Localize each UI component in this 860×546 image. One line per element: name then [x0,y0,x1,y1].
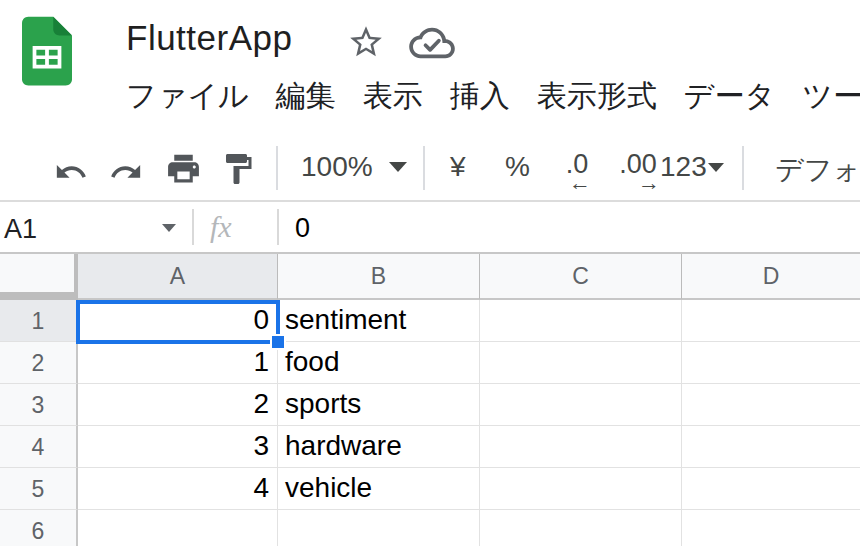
cell-B3[interactable]: sports [278,384,480,426]
column-header-D[interactable]: D [682,254,860,300]
table-row: 6 [0,510,860,546]
row-header-6[interactable]: 6 [0,510,78,546]
menu-data[interactable]: データ [684,76,775,117]
table-row: 5 4 vehicle [0,468,860,510]
undo-icon[interactable] [54,155,88,193]
table-row: 4 3 hardware [0,426,860,468]
zoom-dropdown-arrow-icon[interactable] [389,162,407,172]
cell-B4[interactable]: hardware [278,426,480,468]
name-box[interactable]: A1 [4,214,37,245]
cell-C1[interactable] [480,300,682,342]
cloud-saved-icon[interactable] [408,24,456,62]
formula-input[interactable]: 0 [295,213,310,244]
document-title[interactable]: FlutterApp [126,18,292,58]
formula-bar-separator [277,209,279,245]
select-all-corner[interactable] [0,254,78,300]
redo-icon[interactable] [109,155,143,193]
row-header-3[interactable]: 3 [0,384,78,426]
cell-B5[interactable]: vehicle [278,468,480,510]
cell-C4[interactable] [480,426,682,468]
row-header-5[interactable]: 5 [0,468,78,510]
star-icon[interactable] [347,23,385,61]
toolbar: 100% ¥ % .0 ← .00 → 123 デフォルト [0,135,860,200]
menu-view[interactable]: 表示 [363,76,423,117]
menu-tools[interactable]: ツール [802,76,860,117]
cell-D1[interactable] [682,300,860,342]
increase-decimal-button[interactable]: .00 → [610,149,666,180]
column-header-C[interactable]: C [480,254,682,300]
toolbar-separator [276,146,278,190]
number-format-dropdown-arrow-icon[interactable] [708,163,724,172]
cell-A5[interactable]: 4 [78,468,278,510]
menu-insert[interactable]: 挿入 [450,76,510,117]
cell-B2[interactable]: food [278,342,480,384]
decrease-decimal-button[interactable]: .0 ← [556,149,598,180]
menu-file[interactable]: ファイル [126,76,249,117]
paint-format-icon[interactable] [220,151,256,191]
menu-edit[interactable]: 編集 [276,76,336,117]
zoom-select[interactable]: 100% [301,151,373,183]
toolbar-separator [423,146,425,190]
name-box-dropdown-arrow-icon[interactable] [162,224,176,232]
cell-A4[interactable]: 3 [78,426,278,468]
cell-B1[interactable]: sentiment [278,300,480,342]
formula-bar: A1 fx 0 [0,202,860,252]
google-sheets-logo-icon[interactable] [22,16,72,86]
table-row: 1 0 sentiment [0,300,860,342]
decrease-decimal-arrow-icon: ← [569,170,591,196]
column-header-row: A B C D [0,254,860,300]
menu-bar: ファイル 編集 表示 挿入 表示形式 データ ツール [126,76,860,117]
cell-D2[interactable] [682,342,860,384]
increase-decimal-arrow-icon: → [638,170,660,196]
cell-C2[interactable] [480,342,682,384]
column-header-A[interactable]: A [78,254,278,300]
cell-A3[interactable]: 2 [78,384,278,426]
fx-icon: fx [210,210,232,244]
toolbar-separator [742,146,744,190]
row-header-4[interactable]: 4 [0,426,78,468]
number-format-button[interactable]: 123 [660,151,707,183]
currency-format-button[interactable]: ¥ [450,151,466,183]
menu-format[interactable]: 表示形式 [537,76,657,117]
percent-format-button[interactable]: % [505,151,530,183]
print-icon[interactable] [165,150,202,191]
cell-C3[interactable] [480,384,682,426]
cell-A1[interactable]: 0 [78,300,278,342]
font-family-select[interactable]: デフォルト [775,151,860,189]
cell-A6[interactable] [78,510,278,546]
cell-D4[interactable] [682,426,860,468]
cell-D6[interactable] [682,510,860,546]
cell-C5[interactable] [480,468,682,510]
fill-handle[interactable] [270,334,286,350]
cell-D5[interactable] [682,468,860,510]
cell-A2[interactable]: 1 [78,342,278,384]
row-header-1[interactable]: 1 [0,300,78,342]
cell-D3[interactable] [682,384,860,426]
table-row: 3 2 sports [0,384,860,426]
formula-bar-separator [192,209,194,245]
spreadsheet-grid: A B C D 1 0 sentiment 2 1 food 3 2 sport… [0,252,860,546]
table-row: 2 1 food [0,342,860,384]
column-header-B[interactable]: B [278,254,480,300]
row-header-2[interactable]: 2 [0,342,78,384]
cell-B6[interactable] [278,510,480,546]
cell-C6[interactable] [480,510,682,546]
